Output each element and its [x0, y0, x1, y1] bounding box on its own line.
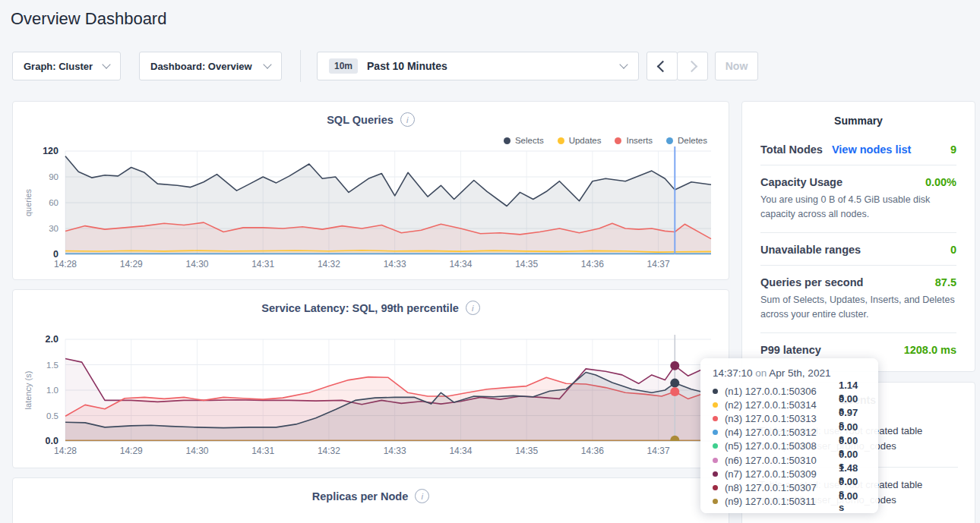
legend-item-updates[interactable]: Updates — [558, 136, 602, 145]
svg-text:14:34: 14:34 — [449, 259, 472, 269]
tooltip-node-label: (n1) 127.0.0.1:50306 — [725, 386, 839, 397]
total-nodes-label: Total Nodes — [760, 143, 823, 156]
svg-text:14:33: 14:33 — [384, 259, 406, 269]
tooltip-node-label: (n7) 127.0.0.1:50309 — [725, 468, 839, 480]
time-prev-button[interactable] — [646, 52, 678, 80]
legend-item-selects[interactable]: Selects — [504, 136, 544, 145]
service-latency-title: Service Latency: SQL, 99th percentile — [261, 302, 459, 314]
page-title: Overview Dashboard — [11, 9, 166, 29]
selects-dot-icon — [504, 137, 511, 144]
dashboard-dropdown-label: Dashboard: Overview — [150, 61, 252, 72]
svg-text:14:31: 14:31 — [251, 446, 274, 456]
tooltip-node-list: (n1) 127.0.0.1:503061.14 s(n2) 127.0.0.1… — [713, 384, 866, 509]
node-dot-icon — [713, 443, 718, 449]
svg-text:90: 90 — [49, 172, 58, 181]
svg-text:14:32: 14:32 — [318, 259, 340, 269]
node-dot-icon — [713, 458, 718, 463]
queries-per-second-label: Queries per second — [760, 276, 863, 288]
summary-row-unavailable: Unavailable ranges 0 — [760, 233, 956, 265]
tooltip-node-label: (n9) 127.0.0.1:50311 — [725, 496, 839, 507]
chevron-down-icon — [102, 60, 110, 68]
svg-text:14:29: 14:29 — [120, 259, 143, 269]
chevron-down-icon — [619, 60, 628, 68]
unavailable-ranges-value: 0 — [950, 244, 956, 256]
chevron-right-icon — [686, 60, 698, 72]
tooltip-timestamp: 14:37:10 on Apr 5th, 2021 — [713, 367, 866, 379]
svg-text:14:36: 14:36 — [581, 259, 604, 269]
info-icon[interactable]: i — [466, 301, 480, 315]
time-range-selector[interactable]: 10m Past 10 Minutes — [317, 52, 639, 80]
node-dot-icon — [713, 485, 718, 490]
svg-text:14:37: 14:37 — [647, 446, 670, 456]
capacity-usage-value: 0.00% — [925, 176, 956, 188]
node-dot-icon — [713, 416, 718, 421]
svg-text:60: 60 — [49, 198, 58, 207]
deletes-dot-icon — [666, 137, 673, 144]
p99-latency-value: 1208.0 ms — [904, 344, 956, 356]
graph-dropdown-label: Graph: Cluster — [24, 61, 93, 72]
node-dot-icon — [713, 389, 718, 394]
svg-text:14:33: 14:33 — [384, 446, 406, 456]
chevron-down-icon — [263, 60, 271, 68]
svg-text:14:29: 14:29 — [120, 446, 143, 456]
graph-dropdown[interactable]: Graph: Cluster — [12, 52, 121, 80]
svg-text:14:30: 14:30 — [185, 446, 208, 456]
svg-text:14:28: 14:28 — [54, 259, 77, 269]
queries-per-second-desc: Sum of Selects, Updates, Inserts, and De… — [760, 293, 956, 332]
svg-text:14:36: 14:36 — [581, 446, 604, 456]
svg-text:14:32: 14:32 — [318, 446, 340, 456]
svg-text:14:34: 14:34 — [449, 446, 472, 456]
svg-text:14:31: 14:31 — [251, 259, 274, 269]
capacity-usage-label: Capacity Usage — [760, 176, 842, 188]
svg-text:1.5: 1.5 — [46, 361, 58, 370]
tooltip-time: 14:37:10 — [713, 367, 753, 379]
legend-label: Inserts — [626, 136, 653, 145]
p99-latency-label: P99 latency — [760, 344, 821, 356]
svg-text:14:35: 14:35 — [515, 259, 538, 269]
tooltip-node-label: (n3) 127.0.0.1:50313 — [725, 413, 839, 424]
svg-text:120: 120 — [43, 146, 58, 156]
legend-item-deletes[interactable]: Deletes — [666, 136, 707, 145]
legend-label: Updates — [569, 136, 602, 145]
info-icon[interactable]: i — [400, 112, 415, 127]
summary-title: Summary — [742, 102, 975, 127]
svg-text:1.0: 1.0 — [46, 386, 58, 395]
inserts-dot-icon — [615, 137, 621, 144]
total-nodes-value: 9 — [950, 143, 956, 156]
legend-label: Deletes — [678, 136, 707, 145]
time-range-label: Past 10 Minutes — [367, 60, 447, 72]
summary-panel: Summary Total Nodes View nodes list 9 Ca… — [741, 101, 975, 372]
legend-item-inserts[interactable]: Inserts — [615, 136, 653, 145]
svg-text:30: 30 — [49, 224, 58, 233]
replicas-per-node-title: Replicas per Node — [312, 490, 409, 503]
sql-queries-title: SQL Queries — [327, 114, 394, 126]
chevron-left-icon — [657, 60, 669, 72]
tooltip-node-label: (n2) 127.0.0.1:50314 — [725, 399, 839, 411]
updates-dot-icon — [558, 137, 564, 144]
svg-text:latency (s): latency (s) — [24, 371, 33, 410]
now-button-label: Now — [726, 60, 748, 72]
capacity-usage-desc: You are using 0 B of 4.5 GiB usable disk… — [760, 193, 956, 232]
summary-row-total-nodes: Total Nodes View nodes list 9 — [760, 133, 956, 165]
svg-text:0.5: 0.5 — [46, 411, 58, 421]
service-latency-chart[interactable]: 14:2814:2914:3014:3114:3214:3314:3414:35… — [13, 290, 730, 469]
queries-per-second-value: 87.5 — [935, 276, 956, 288]
view-nodes-list-link[interactable]: View nodes list — [832, 143, 912, 156]
now-button[interactable]: Now — [715, 52, 758, 80]
tooltip-node-label: (n8) 127.0.0.1:50307 — [725, 482, 839, 493]
info-icon[interactable]: i — [415, 489, 429, 503]
sql-queries-panel: 14:2814:2914:3014:3114:3214:3314:3414:35… — [12, 101, 729, 280]
legend-label: Selects — [515, 136, 544, 145]
sql-queries-legend: Selects Updates Inserts Deletes — [504, 136, 707, 145]
time-range-badge: 10m — [329, 58, 358, 74]
node-dot-icon — [713, 499, 718, 504]
svg-text:2.0: 2.0 — [46, 334, 58, 345]
node-dot-icon — [713, 402, 718, 408]
svg-text:14:30: 14:30 — [185, 259, 208, 269]
time-next-button[interactable] — [677, 52, 708, 80]
svg-text:queries: queries — [24, 188, 33, 216]
dashboard-dropdown[interactable]: Dashboard: Overview — [139, 52, 282, 80]
service-latency-panel: 14:2814:2914:3014:3114:3214:3314:3414:35… — [12, 289, 729, 468]
sql-queries-chart[interactable]: 14:2814:2914:3014:3114:3214:3314:3414:35… — [13, 102, 730, 281]
svg-text:0: 0 — [53, 249, 58, 260]
